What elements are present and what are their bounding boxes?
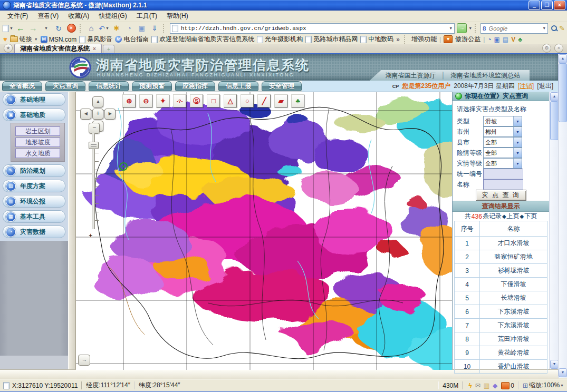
exit-link[interactable]: [退出] (537, 82, 553, 91)
tab-close-icon[interactable]: × (93, 46, 96, 52)
window-icon[interactable]: ▣ (494, 36, 500, 43)
capture-button[interactable]: ▣ (136, 23, 148, 33)
menu-help[interactable]: 帮助(H) (162, 11, 193, 22)
scroll-down-button[interactable]: ▼ (550, 360, 559, 369)
sidebar-item-basic-tools[interactable]: ▦ 基本工具 (3, 210, 65, 223)
full-extent-tool[interactable]: ✦ (156, 94, 169, 107)
menu-view[interactable]: 查看(V) (33, 11, 63, 22)
sidebar-item-annual-plan[interactable]: ▤ 年度方案 (3, 180, 65, 192)
chevron-down-icon[interactable]: ▼ (542, 26, 546, 30)
page-scrollbar[interactable]: ▲ ▼ (558, 54, 567, 378)
rectangle-select-tool[interactable]: □ (207, 94, 220, 107)
close-all-button[interactable]: × (554, 44, 563, 53)
link-geo-env-monitoring-station[interactable]: 湖南省地质环境监测总站 (450, 71, 520, 80)
stop-button[interactable]: × (65, 23, 77, 33)
sidebar-item-disaster-data[interactable]: ◔ 灾害数据 (3, 226, 65, 238)
close-button[interactable]: × (554, 1, 565, 10)
measure-tool[interactable]: ╱ (257, 94, 271, 107)
download-button[interactable]: ⇓ (149, 23, 160, 33)
folder-icon[interactable]: ▥ (484, 382, 489, 389)
magic-fill-button[interactable]: ✱ (111, 23, 122, 33)
table-row[interactable]: 9黄花岭滑坡 (455, 346, 547, 360)
nav-tab-emergency-command[interactable]: 应急指挥 (175, 81, 215, 91)
link-zhongdi-digital[interactable]: 中地数码 (360, 35, 393, 44)
search-icon[interactable] (551, 25, 558, 32)
submenu-terrain-slope[interactable]: 地形坡度 (15, 138, 60, 147)
submenu-rock-soil-zoning[interactable]: 岩土区划 (15, 126, 60, 136)
pan-up-button[interactable]: ▲ (92, 96, 103, 107)
sidebar-item-environment-bulletin[interactable]: ▥ 环境公报 (3, 195, 65, 208)
table-row[interactable]: 7下东溪滑坡 (455, 319, 547, 332)
zoom-slider-minus-button[interactable]: − (89, 123, 100, 134)
disaster-query-button[interactable]: 灾 点 查 询 (476, 190, 526, 201)
sidebar-item-basic-geography[interactable]: » 基础地理 (3, 93, 65, 106)
v-plugin-icon[interactable]: V (511, 36, 515, 43)
disaster-level-select[interactable]: 全部▼ (483, 158, 522, 169)
prev-page-link[interactable]: 上页 (507, 212, 520, 221)
chevron-down-icon[interactable]: ▼ (449, 26, 453, 30)
menu-file[interactable]: 文件(F) (3, 11, 32, 22)
identify-tool[interactable]: -?- (173, 94, 186, 107)
zoom-dropdown[interactable]: ▼ (560, 384, 564, 387)
favorites-star-button[interactable]: ★ (4, 44, 13, 53)
new-tab-button[interactable]: + (103, 45, 114, 53)
go-dropdown[interactable]: ▼ (468, 26, 472, 30)
settings-wrench-button[interactable]: ⚙ (542, 44, 551, 53)
table-row[interactable]: 1才口水滑坡 (455, 237, 547, 250)
nav-tab-info-statistics[interactable]: 信息统计 (89, 81, 129, 91)
map-viewport[interactable]: ⊕ ⊖ ✦ -?- Ⓢ □ △ ○ ╱ ▰ ♣ ▲ ◀ + ▶ ▼ − (76, 92, 452, 370)
links-folder[interactable]: 链接▼ (10, 35, 38, 44)
resize-window-icon[interactable]: ⊞ (523, 382, 528, 389)
zoom-out-tool[interactable]: ⊖ (139, 94, 152, 107)
game-icon[interactable]: ♣ (518, 36, 522, 43)
forward-button[interactable]: → (27, 23, 39, 33)
pan-left-button[interactable]: ◀ (80, 109, 91, 120)
map-zoom-slider[interactable] (89, 133, 98, 229)
link-land-resources-dept[interactable]: 湖南省国土资源厅 (386, 71, 436, 80)
map-corner-arrow-button[interactable]: → (78, 355, 90, 366)
danger-level-select[interactable]: 全部▼ (483, 148, 522, 158)
name-input[interactable] (483, 179, 523, 190)
home-button[interactable]: ⌂ (85, 23, 97, 33)
scrollbar-thumb[interactable] (550, 101, 559, 140)
notes-icon[interactable]: ▤ (503, 36, 508, 43)
new-page-button[interactable]: ▼ (2, 23, 14, 33)
table-row[interactable]: 2骆家恒矿滑地 (455, 250, 547, 264)
nav-tab-security-management[interactable]: 安全管理 (262, 81, 302, 91)
zoom-in-tool[interactable]: ⊕ (122, 94, 136, 107)
maxthon-charity-link[interactable]: 傲游公益 (455, 35, 480, 44)
highlighter-icon[interactable]: ✎ (559, 25, 565, 32)
table-row[interactable]: 10香炉山滑坡 (455, 360, 547, 374)
scale-tool[interactable]: Ⓢ (190, 94, 203, 107)
minimize-button[interactable]: _ (528, 1, 540, 10)
link-guangnian-photo[interactable]: 光年摄影机构 (257, 35, 303, 44)
table-row[interactable]: 3衫树垅滑坡 (455, 264, 547, 278)
next-page-link[interactable]: 下页 (524, 212, 537, 221)
history-button[interactable]: ◔ (123, 23, 135, 33)
scroll-up-button[interactable]: ▲ (559, 54, 567, 63)
maxthon-skin-icon[interactable]: ♥ (444, 35, 453, 43)
legend-tree-tool[interactable]: ♣ (291, 94, 304, 107)
plugin-diamond-icon[interactable]: ◆ (493, 382, 497, 389)
table-row[interactable]: 6下东溪滑坡 (455, 305, 547, 319)
favorites-heart-icon[interactable]: ♥ (3, 35, 7, 43)
sidebar-item-prevention-planning[interactable]: ✎ 防治规划 (3, 164, 65, 177)
circle-select-tool[interactable]: ○ (241, 94, 254, 107)
unified-code-input[interactable] (483, 169, 523, 179)
printer-icon[interactable]: ✉ (475, 382, 480, 389)
link-hunan-geohazard[interactable]: 欢迎登陆湖南省地质灾害信息系统 (151, 35, 254, 44)
links-overflow-button[interactable]: » (396, 36, 400, 43)
go-button[interactable]: → (457, 23, 467, 33)
history-dropdown-button[interactable]: ▼ (40, 23, 52, 33)
pan-right-button[interactable]: ▶ (104, 109, 116, 120)
sidebar-splitter[interactable] (68, 92, 76, 369)
nav-tab-province-overview[interactable]: 全省概况 (2, 81, 42, 91)
submenu-hydrogeology[interactable]: 水文地质 (15, 149, 60, 158)
google-engine-icon[interactable]: 8 (483, 24, 486, 33)
search-input[interactable] (488, 25, 541, 32)
table-row[interactable]: 8荒田冲滑坡 (455, 332, 547, 346)
zoom-slider-plus-button[interactable]: + (89, 231, 92, 240)
scrollbar-thumb[interactable] (559, 63, 567, 122)
sidebar-item-basic-geology[interactable]: ▣ 基础地质 (3, 109, 65, 121)
undo-button[interactable]: ↶▼ (98, 23, 110, 33)
